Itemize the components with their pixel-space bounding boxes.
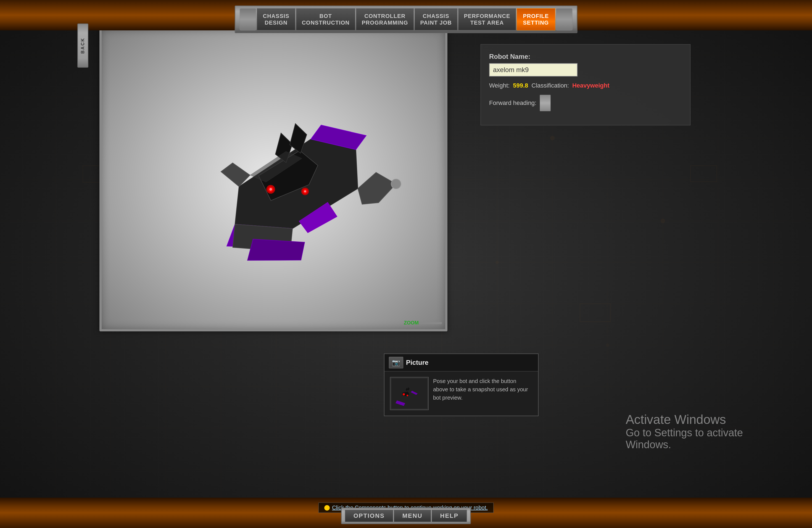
robot-name-input[interactable] (489, 63, 578, 76)
options-button[interactable]: OPTIONS (345, 510, 393, 522)
svg-point-65 (403, 393, 405, 395)
back-button[interactable]: BACK (77, 24, 88, 68)
tab-chassis-design[interactable]: CHASSIS DESIGN (257, 8, 295, 30)
camera-button[interactable]: 📷 (389, 357, 403, 368)
picture-header: 📷 Picture (385, 354, 538, 371)
tab-profile-setting[interactable]: PROFILE SETTING (517, 8, 555, 30)
svg-rect-39 (580, 304, 610, 322)
weight-label: Weight: (489, 82, 510, 89)
robot-name-label: Robot Name: (489, 53, 682, 60)
tab-controller-programming[interactable]: CONTROLLER PROGRAMMING (356, 8, 414, 30)
picture-title: Picture (406, 359, 429, 366)
zoom-control: ZOOM (404, 320, 442, 326)
profile-section: Robot Name: Weight: 599.8 Classification… (481, 44, 691, 126)
menu-button[interactable]: MENU (394, 510, 431, 522)
svg-point-35 (606, 343, 609, 347)
tab-chassis-paint-job[interactable]: CHASSIS PAINT JOB (414, 8, 458, 30)
weight-value: 599.8 (513, 82, 528, 89)
bottom-nav: OPTIONS MENU HELP (341, 508, 471, 524)
picture-description: Pose your bot and click the button above… (433, 377, 533, 410)
heading-toggle[interactable] (540, 95, 551, 111)
svg-point-30 (661, 219, 665, 223)
zoom-slider[interactable] (420, 322, 442, 324)
svg-point-66 (407, 395, 408, 396)
robot-display (102, 30, 445, 329)
bot-thumbnail (390, 377, 429, 410)
heading-row: Forward heading: (489, 95, 682, 111)
classification-label: Classification: (532, 82, 569, 89)
camera-icon: 📷 (392, 359, 400, 366)
robot-svg (102, 30, 445, 329)
bot-viewport: ZOOM (99, 28, 447, 332)
tab-bot-construction[interactable]: BOT CONSTRUCTION (296, 8, 356, 30)
picture-body: Pose your bot and click the button above… (385, 371, 538, 415)
thumbnail-svg (391, 378, 427, 409)
svg-rect-40 (691, 166, 717, 182)
status-icon (324, 505, 330, 511)
zoom-label: ZOOM (404, 320, 419, 326)
stats-row: Weight: 599.8 Classification: Heavyweigh… (489, 82, 682, 89)
forward-heading-label: Forward heading: (489, 99, 536, 107)
nav-deco-right (556, 8, 572, 30)
tab-performance-test-area[interactable]: PERFORMANCE TEST AREA (458, 8, 516, 30)
activate-windows-watermark: Activate Windows Go to Settings to activ… (626, 412, 743, 451)
svg-point-34 (495, 261, 499, 264)
classification-value: Heavyweight (572, 82, 610, 89)
picture-panel: 📷 Picture Pose your bot and click the bu… (384, 353, 539, 416)
svg-point-29 (550, 136, 555, 140)
nav-deco-left (240, 8, 256, 30)
nav-container: CHASSIS DESIGN BOT CONSTRUCTION CONTROLL… (235, 5, 578, 33)
help-button[interactable]: HELP (432, 510, 467, 522)
right-panel: Robot Name: Weight: 599.8 Classification… (475, 39, 696, 131)
